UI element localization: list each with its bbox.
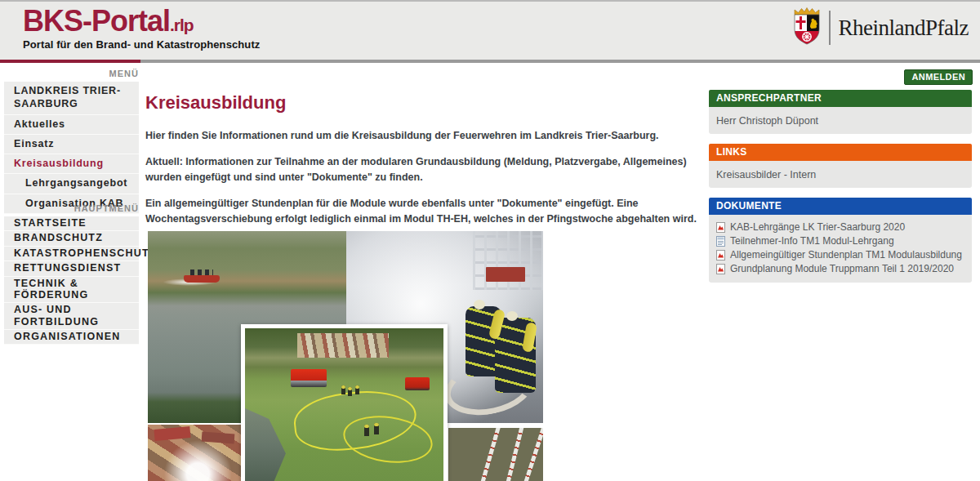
context-menu: LANDKREIS TRIER-SAARBURG Aktuelles Einsa… <box>4 82 139 214</box>
boat-crew <box>190 269 213 275</box>
pdf-icon <box>716 264 725 274</box>
main-menu: STARTSEITE BRANDSCHUTZ KATASTROPHENSCHUT… <box>4 216 139 345</box>
links-header: LINKS <box>709 144 972 161</box>
ladder <box>477 428 503 481</box>
menu-item-aktuelles[interactable]: Aktuelles <box>4 115 139 135</box>
dokumente-header: DOKUMENTE <box>709 198 972 215</box>
ansprechpartner-box: ANSPRECHPARTNER Herr Christoph Düpont <box>709 90 972 134</box>
document-link-stundenplan[interactable]: Allgemeingültiger Stundenplan TM1 Modula… <box>716 248 964 262</box>
pdf-icon <box>716 250 725 261</box>
rheinland-pfalz-logo: RheinlandPfalz <box>792 8 969 47</box>
fire-van <box>405 377 430 390</box>
firefighter-figure <box>374 423 379 434</box>
hauptmenu-item-brandschutz[interactable]: BRANDSCHUTZ <box>4 231 139 246</box>
site-logo[interactable]: BKS-Portal.rlp Portal für den Brand- und… <box>23 7 260 51</box>
aktuell-paragraph: Aktuell: Informationen zur Teilnahme an … <box>145 154 699 185</box>
right-sidebar: ANSPRECHPARTNER Herr Christoph Düpont LI… <box>709 90 972 292</box>
dokumente-box: DOKUMENTE KAB-Lehrgänge LK Trier-Saarbur… <box>709 198 972 283</box>
intro-paragraph: Hier finden Sie Informationen rund um di… <box>145 128 699 144</box>
menu-item-einsatz[interactable]: Einsatz <box>4 135 139 154</box>
page-title: Kreisausbildung <box>145 92 286 114</box>
hauptmenu-item-rettungsdienst[interactable]: RETTUNGSDIENST <box>4 261 139 276</box>
anmelden-button[interactable]: ANMELDEN <box>904 69 973 85</box>
hauptmenu-item-katastrophenschutz[interactable]: KATASTROPHENSCHUTZ <box>4 247 139 261</box>
stundenplan-paragraph: Ein allgemeingültiger Stundenplan für di… <box>145 196 699 227</box>
header: BKS-Portal.rlp Portal für den Brand- und… <box>0 0 980 60</box>
hauptmenu-item-technik-foerderung[interactable]: TECHNIK & FÖRDERUNG <box>4 277 139 304</box>
firefighter-figure <box>348 387 352 396</box>
fire-truck <box>291 369 327 387</box>
ladder <box>502 428 525 481</box>
ansprechpartner-header: ANSPRECHPARTNER <box>709 90 972 107</box>
site-logo-title: BKS-Portal.rlp <box>23 7 260 36</box>
red-container <box>486 267 525 282</box>
document-link-grundplanung[interactable]: Grundplanung Module Truppmann Teil 1 201… <box>716 262 964 276</box>
village-背景 <box>297 333 389 358</box>
rescue-boat <box>184 275 220 283</box>
content-text: Hier finden Sie Informationen rund um di… <box>145 128 699 238</box>
firefighter-figure <box>341 385 345 394</box>
hauptmenu-item-organisationen[interactable]: ORGANISATIONEN <box>4 330 139 345</box>
ladders-photo <box>448 428 543 481</box>
firefighter-figure <box>355 385 359 394</box>
coat-of-arms-icon <box>792 7 822 48</box>
hauptmenu-item-startseite[interactable]: STARTSEITE <box>4 216 139 231</box>
document-link-kab-lehrgaenge[interactable]: KAB-Lehrgänge LK Trier-Saarburg 2020 <box>716 220 964 234</box>
roof <box>154 426 190 441</box>
training-field-photo-inner <box>245 328 443 481</box>
hauptmenu-item-aus-fortbildung[interactable]: AUS- UND FORTBILDUNG <box>4 303 139 330</box>
state-wordmark: RheinlandPfalz <box>839 16 969 41</box>
hauptmenu-section-label: HAUPTMENÜ <box>4 203 139 213</box>
logo-separator <box>829 11 831 45</box>
menu-item-landkreis-trier-saarburg[interactable]: LANDKREIS TRIER-SAARBURG <box>4 82 139 115</box>
doc-icon <box>716 236 725 247</box>
contact-name: Herr Christoph Düpont <box>716 115 818 127</box>
page: BKS-Portal.rlp Portal für den Brand- und… <box>0 0 980 481</box>
document-link-teilnehmer-info[interactable]: Teilnehmer-Info TM1 Modul-Lehrgang <box>716 234 964 248</box>
menu-item-lehrgangsangebot[interactable]: Lehrgangsangebot <box>4 174 139 194</box>
model-town-photo <box>148 425 244 481</box>
pdf-icon <box>716 222 725 233</box>
header-divider-accent <box>0 60 140 63</box>
training-field-photo <box>241 324 448 481</box>
roof <box>202 432 235 444</box>
photo-collage <box>148 231 543 481</box>
helmet-1 <box>474 300 485 310</box>
menu-section-label: MENÜ <box>4 69 139 78</box>
header-divider <box>140 60 980 63</box>
ladder <box>519 428 543 481</box>
firefighter-figure <box>364 425 369 436</box>
helmet-2 <box>506 311 518 321</box>
link-kreisausbilder-intern[interactable]: Kreisausbilder - Intern <box>716 169 816 180</box>
menu-item-kreisausbildung[interactable]: Kreisausbildung <box>4 154 139 174</box>
site-logo-subtitle: Portal für den Brand- und Katastrophensc… <box>23 38 260 51</box>
links-box: LINKS Kreisausbilder - Intern <box>709 144 972 188</box>
